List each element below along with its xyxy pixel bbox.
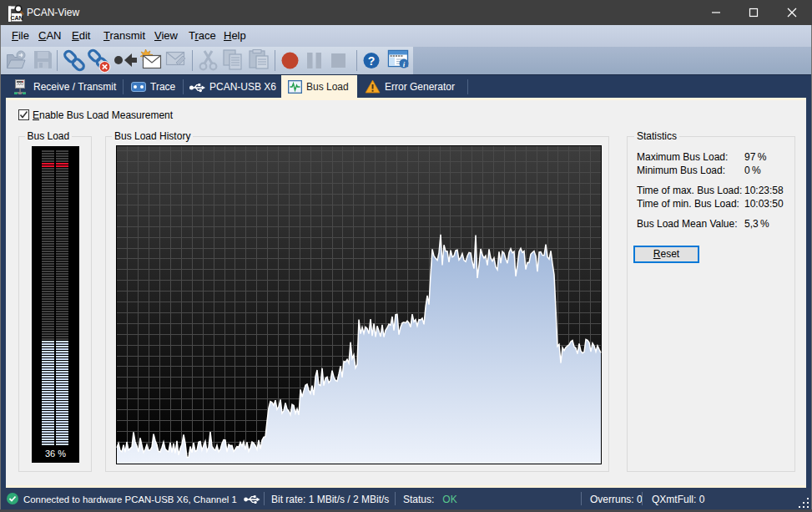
- svg-text:CAN: CAN: [10, 15, 23, 21]
- svg-text:?: ?: [368, 54, 376, 68]
- svg-text:36 %: 36 %: [45, 449, 66, 459]
